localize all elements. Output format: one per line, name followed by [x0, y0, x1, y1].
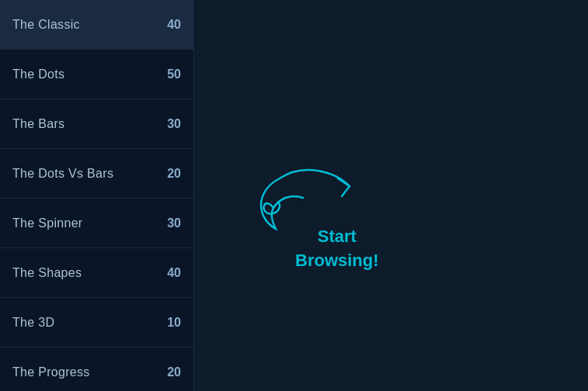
sidebar[interactable]: The Classic40The Dots50The Bars30The Dot…: [0, 0, 194, 391]
list-item-name: The Bars: [12, 117, 64, 131]
list-item-count: 20: [167, 167, 181, 181]
list-item-count: 40: [167, 18, 181, 32]
list-item-count: 30: [167, 216, 181, 230]
list-item-name: The Progress: [12, 365, 90, 379]
list-item-count: 10: [167, 316, 181, 330]
list-item-name: The Dots: [12, 67, 64, 81]
list-item-count: 50: [167, 67, 181, 81]
list-item[interactable]: The Dots Vs Bars20: [0, 149, 193, 199]
list-item-name: The Classic: [12, 18, 80, 32]
list-item[interactable]: The Shapes40: [0, 248, 193, 298]
list-item[interactable]: The Spinner30: [0, 199, 193, 248]
list-item-count: 40: [167, 266, 181, 280]
list-item[interactable]: The 3D10: [0, 298, 193, 348]
list-item[interactable]: The Bars30: [0, 99, 193, 149]
list-item[interactable]: The Classic40: [0, 0, 193, 50]
start-browsing-text: StartBrowsing!: [295, 225, 379, 273]
list-item-name: The Shapes: [12, 266, 82, 280]
list-item-name: The Spinner: [12, 216, 82, 230]
list-item[interactable]: The Progress20: [0, 348, 193, 391]
list-item-name: The 3D: [12, 316, 54, 330]
main-content: StartBrowsing!: [194, 0, 588, 391]
list-item-name: The Dots Vs Bars: [12, 167, 113, 181]
list-item-count: 20: [167, 365, 181, 379]
list-item[interactable]: The Dots50: [0, 50, 193, 99]
list-item-count: 30: [167, 117, 181, 131]
